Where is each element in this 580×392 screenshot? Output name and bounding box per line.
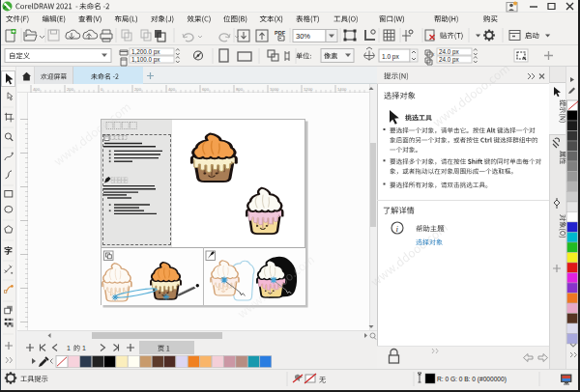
- svg-text:1.0 px: 1.0 px: [382, 53, 399, 61]
- svg-text:1: 1: [67, 345, 71, 351]
- svg-text:1,200.0 px: 1,200.0 px: [131, 48, 160, 56]
- svg-text:i: i: [396, 224, 399, 234]
- svg-text:24.0 px: 24.0 px: [439, 48, 460, 56]
- svg-text:1200: 1200: [304, 87, 313, 92]
- svg-text:800: 800: [236, 87, 244, 92]
- svg-text:0: 0: [101, 87, 103, 92]
- svg-text:200: 200: [134, 87, 142, 92]
- svg-text:400: 400: [33, 87, 41, 92]
- svg-text:1: 1: [82, 345, 86, 351]
- svg-text:PDF: PDF: [275, 30, 286, 36]
- svg-text:400: 400: [168, 87, 176, 92]
- svg-text:600: 600: [202, 87, 210, 92]
- svg-text:x: x: [432, 52, 435, 57]
- svg-text:24.0 px: 24.0 px: [439, 56, 460, 64]
- svg-text:200: 200: [67, 87, 74, 92]
- svg-text:1400: 1400: [337, 87, 347, 92]
- svg-text:R: 0 G: 0 B: 0 (#000000): R: 0 G: 0 B: 0 (#000000): [437, 376, 507, 383]
- svg-text:1,100.0 px: 1,100.0 px: [131, 56, 160, 64]
- svg-text:1000: 1000: [270, 87, 279, 92]
- svg-text:30%: 30%: [296, 32, 310, 41]
